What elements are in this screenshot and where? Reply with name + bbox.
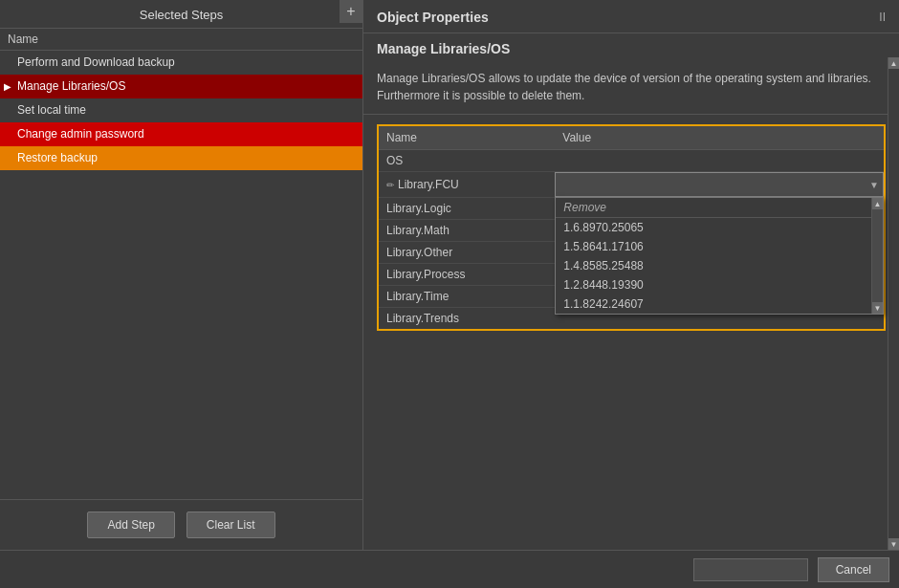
bottom-input-field[interactable] xyxy=(693,558,808,581)
pin-icon[interactable]: II xyxy=(879,11,886,24)
step-item-set-local-time[interactable]: Set local time xyxy=(0,98,362,122)
step-item-change-admin[interactable]: Change admin password xyxy=(0,122,362,146)
properties-area: Name Value OS ✏Library.FCU xyxy=(363,115,899,550)
table-row: ✏Library.FCU ▼ Remove xyxy=(378,172,885,198)
main-container: + Selected Steps Name Perform and Downlo… xyxy=(0,0,899,550)
row-fcu-name: ✏Library.FCU xyxy=(378,172,555,198)
dropdown-popup: Remove 1.6.8970.25065 1.5.8641.17106 1.4… xyxy=(555,197,884,315)
step-item-restore-backup[interactable]: Restore backup xyxy=(0,146,362,170)
left-panel-bottom: Add Step Clear List xyxy=(0,499,362,550)
row-other-name: Library.Other xyxy=(378,242,555,264)
fcu-dropdown-wrapper: ▼ Remove 1.6.8970.25065 1.5.8641.17106 1… xyxy=(555,172,884,197)
step-item-manage-libraries[interactable]: Manage Libraries/OS xyxy=(0,75,362,98)
col-name-header: Name xyxy=(378,125,555,150)
edit-icon: ✏ xyxy=(386,180,394,190)
steps-column-header: Name xyxy=(0,29,362,51)
right-scroll-down-button[interactable]: ▼ xyxy=(888,538,899,550)
row-math-name: Library.Math xyxy=(378,220,555,242)
row-os-name: OS xyxy=(378,150,555,172)
row-fcu-value[interactable]: ▼ Remove 1.6.8970.25065 1.5.8641.17106 1… xyxy=(555,172,885,198)
clear-list-button[interactable]: Clear List xyxy=(186,512,275,538)
add-plus-button[interactable]: + xyxy=(340,0,362,23)
fcu-dropdown-input[interactable] xyxy=(559,175,879,194)
table-row: OS xyxy=(378,150,885,172)
left-panel: + Selected Steps Name Perform and Downlo… xyxy=(0,0,363,550)
dropdown-option-3[interactable]: 1.4.8585.25488 xyxy=(556,256,883,275)
right-scroll-up-button[interactable]: ▲ xyxy=(888,57,899,69)
object-subtitle: Manage Libraries/OS xyxy=(363,33,899,60)
bottom-bar: Cancel xyxy=(0,550,899,588)
scroll-up-button[interactable]: ▲ xyxy=(872,198,883,209)
right-scrollbar-track xyxy=(888,69,899,538)
scroll-down-button[interactable]: ▼ xyxy=(872,302,883,314)
right-panel-header: Object Properties II xyxy=(363,0,899,33)
dropdown-option-2[interactable]: 1.5.8641.17106 xyxy=(556,237,883,256)
right-panel: Object Properties II Manage Libraries/OS… xyxy=(363,0,899,550)
scrollbar-track xyxy=(872,209,883,302)
dropdown-option-4[interactable]: 1.2.8448.19390 xyxy=(556,275,883,294)
properties-table: Name Value OS ✏Library.FCU xyxy=(377,124,886,331)
dropdown-scrollbar: ▲ ▼ xyxy=(871,198,883,314)
steps-table: Name Perform and Download backup Manage … xyxy=(0,29,362,499)
dropdown-option-remove[interactable]: Remove xyxy=(556,198,883,218)
dropdown-option-1[interactable]: 1.6.8970.25065 xyxy=(556,218,883,237)
selected-steps-title: Selected Steps xyxy=(0,0,362,29)
row-os-value xyxy=(555,150,885,172)
add-step-button[interactable]: Add Step xyxy=(87,512,174,538)
description-text: Manage Libraries/OS allows to update the… xyxy=(363,60,899,115)
step-item-perform[interactable]: Perform and Download backup xyxy=(0,51,362,75)
dropdown-option-5[interactable]: 1.1.8242.24607 xyxy=(556,294,883,314)
row-process-name: Library.Process xyxy=(378,264,555,286)
row-trends-name: Library.Trends xyxy=(378,308,555,331)
right-panel-scrollbar: ▲ ▼ xyxy=(888,57,899,550)
row-logic-name: Library.Logic xyxy=(378,198,555,220)
row-time-name: Library.Time xyxy=(378,286,555,308)
col-value-header: Value xyxy=(555,125,885,150)
table-header-row: Name Value xyxy=(378,125,885,150)
cancel-button[interactable]: Cancel xyxy=(818,557,889,582)
right-panel-title: Object Properties xyxy=(377,10,489,25)
